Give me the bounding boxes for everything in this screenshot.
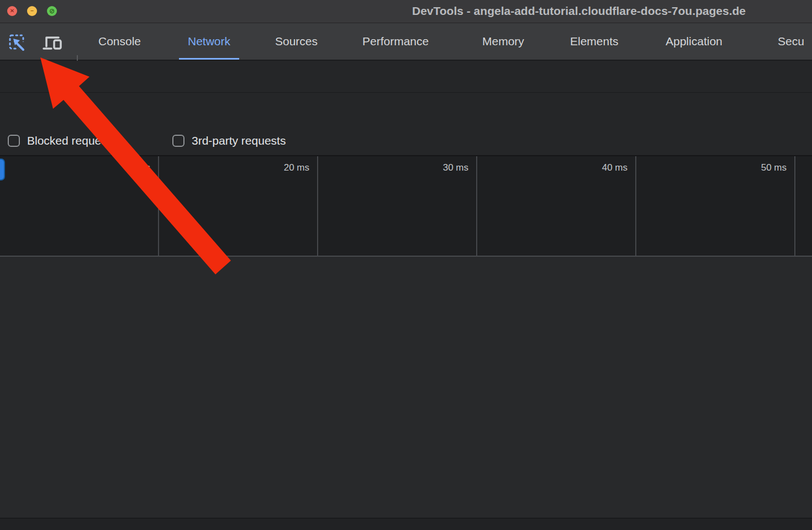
third-party-requests-label: 3rd-party requests — [192, 134, 286, 147]
blocked-requests-label: Blocked requests — [27, 134, 116, 147]
timeline-tick-20ms: 20 ms — [256, 162, 309, 173]
blocked-requests-checkbox[interactable]: Blocked requests — [8, 134, 116, 147]
timeline-tick-10ms: 10 ms — [97, 162, 150, 173]
third-party-requests-checkbox[interactable]: 3rd-party requests — [172, 134, 286, 147]
network-overview-timeline[interactable]: 10 ms 20 ms 30 ms 40 ms 50 ms — [0, 156, 812, 257]
devtools-window: ✕ – ⊘ DevTools - angela-add-tutorial.clo… — [0, 0, 812, 530]
timeline-tick-30ms: 30 ms — [415, 162, 468, 173]
minimize-window-button[interactable]: – — [27, 6, 37, 16]
checkbox-box[interactable] — [8, 135, 20, 147]
requests-panel-empty: Recordi Perform a request — [0, 257, 812, 518]
network-filter-bar-2: Blocked requests 3rd-party requests — [0, 126, 812, 156]
overview-drag-handle[interactable] — [0, 158, 5, 181]
close-icon: ✕ — [10, 8, 14, 14]
minimize-icon: – — [30, 8, 34, 14]
timeline-tick-40ms: 40 ms — [574, 162, 628, 173]
timeline-gridline — [158, 156, 159, 256]
bottom-status-strip — [0, 518, 812, 530]
timeline-gridline — [476, 156, 477, 256]
window-title: DevTools - angela-add-tutorial.cloudflar… — [412, 4, 812, 18]
titlebar: ✕ – ⊘ DevTools - angela-add-tutorial.clo… — [0, 0, 812, 23]
zoom-window-button[interactable]: ⊘ — [47, 6, 57, 16]
device-toolbar-icon — [42, 33, 63, 52]
close-window-button[interactable]: ✕ — [7, 6, 17, 16]
tab-application[interactable]: Application — [666, 23, 723, 60]
checkbox-box[interactable] — [172, 135, 184, 147]
devtools-tab-bar: Console Network Sources Performance Memo… — [0, 23, 812, 61]
timeline-gridline — [794, 156, 795, 256]
timeline-tick-50ms: 50 ms — [734, 162, 787, 173]
network-toolbar: Preserve log Disable cache No throttling — [0, 61, 812, 93]
tab-elements[interactable]: Elements — [570, 23, 619, 60]
tab-memory[interactable]: Memory — [482, 23, 524, 60]
timeline-gridline — [635, 156, 636, 256]
tab-console[interactable]: Console — [98, 23, 141, 60]
inspect-cursor-icon — [8, 33, 27, 52]
tab-security[interactable]: Secu — [778, 23, 804, 60]
inspect-element-button[interactable] — [7, 32, 28, 53]
tab-performance[interactable]: Performance — [362, 23, 429, 60]
fullscreen-blocked-icon: ⊘ — [49, 8, 55, 14]
tab-network[interactable]: Network — [188, 23, 230, 60]
timeline-gridline — [317, 156, 318, 256]
tab-sources[interactable]: Sources — [275, 23, 318, 60]
network-filter-bar: Invert Hide data URLs Hide extension URL… — [0, 93, 812, 126]
toggle-device-toolbar-button[interactable] — [42, 32, 63, 53]
